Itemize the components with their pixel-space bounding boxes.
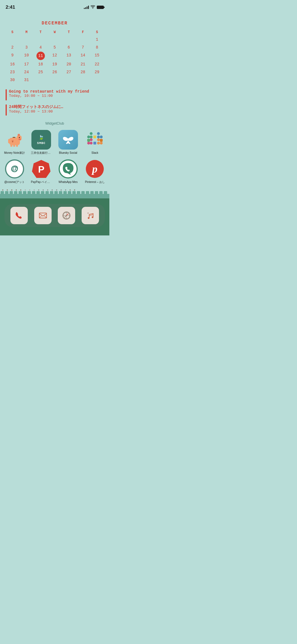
svg-point-79 [74,189,75,191]
svg-point-75 [56,189,57,191]
cal-day-31: 31 [20,76,33,84]
app-item-whatsapp[interactable]: WhatsApp Mes [57,159,79,184]
app-icon-whatsapp[interactable] [58,159,78,179]
svg-point-69 [29,189,30,191]
app-icon-money-note[interactable]: ¥ [5,130,24,150]
app-icon-paypay[interactable]: P [31,159,51,179]
cal-day-16: 16 [6,61,19,68]
cal-header-m: M [20,29,33,35]
svg-rect-58 [86,191,89,194]
svg-text:p: p [91,163,98,175]
app-item-smbc[interactable]: 🍃 SMBC 三井住友銀行アフ [30,130,53,155]
svg-point-66 [16,189,17,191]
app-label-smbc: 三井住友銀行アフ [31,151,52,155]
cal-header-s2: S [90,29,104,35]
wifi-icon [91,5,95,10]
cal-day-17: 17 [20,61,33,68]
svg-rect-62 [104,191,107,194]
svg-rect-19 [100,136,103,138]
calendar-grid: S M T W T F S 1 2 3 4 5 6 7 8 9 10 11 12… [6,29,104,84]
cal-header-f: F [76,29,89,35]
svg-rect-46 [32,191,35,194]
svg-rect-29 [100,139,103,142]
app-item-cosme[interactable]: @ @cosme(アット [3,159,26,184]
cal-header-t2: T [62,29,75,35]
svg-rect-41 [10,191,13,194]
app-item-slack[interactable]: Slack [84,130,106,155]
cal-day-13: 13 [62,52,75,60]
svg-point-73 [47,189,48,191]
app-label-whatsapp: WhatsApp Mes [59,180,78,184]
svg-rect-42 [14,191,17,194]
svg-point-68 [25,189,26,191]
status-bar: 2:41 [0,0,109,12]
app-item-money-note[interactable]: ¥ Money Note家計 [3,130,26,155]
app-icon-slack[interactable] [85,130,105,150]
cal-header-s: S [6,29,19,35]
dock [4,204,105,227]
svg-point-76 [61,189,62,191]
app-item-paypay[interactable]: P PayPay-ペイペイ [30,159,53,184]
app-label-cosme: @cosme(アット [4,180,25,184]
svg-rect-5 [18,134,20,136]
svg-rect-3 [8,139,10,143]
cal-day-3: 3 [20,44,33,51]
cal-day-30: 30 [6,76,19,84]
svg-point-65 [11,189,12,191]
cal-day-26: 26 [48,68,61,76]
svg-rect-17 [97,132,100,135]
app-label-paypay: PayPay-ペイペイ [31,180,52,184]
svg-text:¥: ¥ [12,140,13,143]
svg-rect-56 [77,191,80,194]
app-icon-cosme[interactable]: @ [5,159,24,179]
app-item-bluesky[interactable]: Bluesky Social [57,130,79,155]
svg-rect-38 [0,194,109,198]
app-icon-pinterest[interactable]: p [85,159,105,179]
decorative-border [0,189,109,198]
cal-day-22: 22 [90,61,104,68]
bluesky-butterfly-icon [62,134,74,146]
svg-rect-18 [97,136,100,138]
battery-icon [97,6,104,9]
svg-rect-40 [5,191,8,194]
svg-rect-60 [95,191,98,194]
svg-point-72 [43,189,44,191]
cal-day-1: 1 [90,36,104,43]
svg-rect-59 [90,191,94,194]
svg-point-67 [20,189,21,191]
app-item-pinterest[interactable]: p Pinterest – おし [84,159,106,184]
events-section: Going to restaurant with my friend Today… [6,89,104,116]
app-label-money-note: Money Note家計 [4,151,25,155]
svg-rect-52 [59,191,62,194]
svg-text:P: P [38,164,45,175]
svg-rect-27 [93,142,96,145]
dock-app-music[interactable] [82,207,99,224]
svg-point-71 [38,189,39,191]
svg-rect-50 [50,191,53,194]
dock-app-mail[interactable] [34,207,52,224]
app-icon-smbc[interactable]: 🍃 SMBC [31,130,51,150]
svg-rect-23 [90,142,93,145]
svg-point-87 [92,216,93,218]
cal-day-6: 6 [62,44,75,51]
app-icon-bluesky[interactable] [58,130,78,150]
svg-rect-22 [100,142,103,145]
app-label-bluesky: Bluesky Social [59,151,77,155]
phone-icon [15,211,24,220]
svg-rect-20 [97,142,100,145]
svg-rect-55 [72,191,76,194]
app-grid: ¥ Money Note家計 🍃 SMBC 三井住友銀行アフ Bluesky S… [0,130,109,184]
money-note-icon: ¥ [5,130,24,150]
svg-rect-43 [19,191,22,194]
svg-rect-48 [41,191,44,194]
svg-rect-24 [90,138,93,141]
svg-rect-28 [87,139,90,142]
svg-rect-44 [23,191,26,194]
cal-day-21: 21 [76,61,89,68]
music-icon [86,211,95,220]
dock-app-safari[interactable] [58,207,75,224]
svg-rect-53 [63,191,67,194]
dock-app-phone[interactable] [10,207,28,224]
whatsapp-icon [58,159,78,179]
cal-day-5: 5 [48,44,61,51]
